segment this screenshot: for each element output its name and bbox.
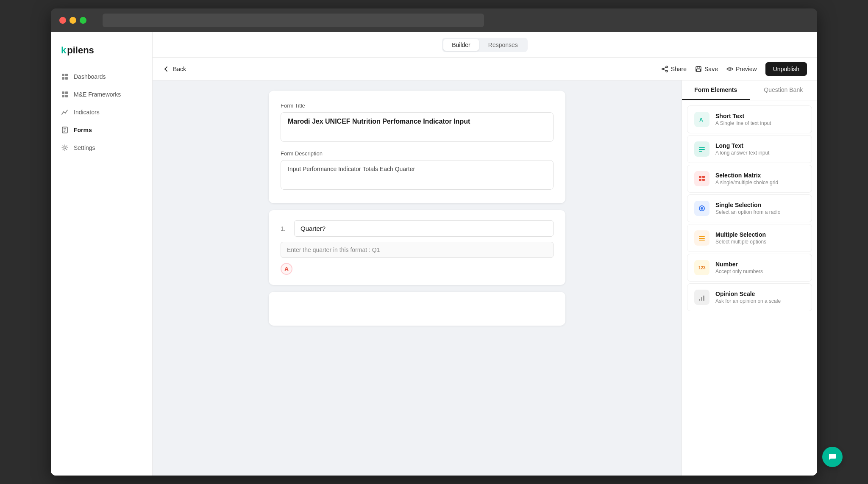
question-card-1: 1. A [269,210,565,285]
svg-rect-37 [701,297,702,301]
answer-type-label: A [284,266,289,272]
svg-rect-33 [699,238,705,239]
svg-rect-3 [65,77,68,80]
chat-icon [828,452,837,462]
element-short-text[interactable]: A Short Text A Single line of text input [687,105,812,133]
form-description-label: Form Description [281,150,554,157]
svg-rect-38 [703,296,704,301]
svg-rect-26 [699,176,701,178]
right-panel: Form Elements Question Bank A [682,80,817,476]
element-long-text[interactable]: Long Text A long answer text input [687,135,812,163]
selection-matrix-icon [694,171,709,186]
form-title-label: Form Title [281,102,554,109]
sidebar-item-forms[interactable]: Forms [51,121,152,139]
multiple-selection-icon [694,230,709,246]
short-text-desc: A Single line of text input [715,120,805,126]
chat-fab-button[interactable] [822,447,843,467]
single-selection-desc: Select an option from a radio [715,209,805,215]
selection-matrix-name: Selection Matrix [715,172,805,179]
opinion-scale-name: Opinion Scale [715,290,805,297]
svg-rect-6 [62,95,64,97]
element-single-selection[interactable]: Single Selection Select an option from a… [687,194,812,222]
element-selection-matrix[interactable]: Selection Matrix A single/multiple choic… [687,165,812,193]
builder-main: Form Title Marodi Jex UNICEF Nutrition P… [153,80,682,476]
save-button[interactable]: Save [695,66,718,72]
svg-rect-28 [699,179,701,181]
tab-form-elements[interactable]: Form Elements [682,80,750,100]
form-title-input[interactable]: Marodi Jex UNICEF Nutrition Perfomance I… [281,112,554,142]
minimize-button[interactable] [70,17,76,24]
svg-rect-23 [699,147,705,148]
preview-icon [726,66,733,72]
share-icon [662,66,668,72]
sidebar-item-settings[interactable]: Settings [51,139,152,157]
question-hint-1[interactable] [281,242,554,258]
opinion-scale-info: Opinion Scale Ask for an opinion on a sc… [715,290,805,304]
svg-rect-7 [65,95,68,97]
share-button[interactable]: Share [662,66,687,72]
sidebar-item-dashboards[interactable]: Dashboards [51,68,152,86]
svg-rect-1 [65,74,68,76]
long-text-desc: A long answer text input [715,150,805,156]
svg-rect-20 [697,69,701,71]
element-multiple-selection[interactable]: Multiple Selection Select multiple optio… [687,224,812,252]
close-button[interactable] [59,17,66,24]
single-selection-name: Single Selection [715,202,805,208]
tab-responses[interactable]: Responses [480,39,526,51]
grid-icon [61,73,69,80]
single-selection-icon [694,201,709,216]
form-description-input[interactable]: Input Performance Indicator Totals Each … [281,160,554,190]
tab-builder[interactable]: Builder [443,39,479,51]
tab-question-bank[interactable]: Question Bank [750,80,818,100]
panel-tabs: Form Elements Question Bank [682,80,817,100]
svg-text:123: 123 [698,266,706,270]
back-button[interactable]: Back [163,66,186,72]
sidebar-item-me-frameworks-label: M&E Frameworks [74,91,121,98]
sidebar-item-me-frameworks[interactable]: M&E Frameworks [51,86,152,103]
me-frameworks-icon [61,91,69,98]
maximize-button[interactable] [80,17,86,24]
url-bar[interactable] [103,14,484,27]
multiple-selection-name: Multiple Selection [715,231,805,238]
svg-point-21 [729,68,731,70]
svg-rect-36 [699,299,700,301]
single-selection-info: Single Selection Select an option from a… [715,202,805,215]
short-text-icon: A [694,112,709,127]
question-row-1: 1. [281,220,554,237]
selection-matrix-desc: A single/multiple choice grid [715,180,805,185]
top-nav: Builder Responses [153,32,817,58]
number-desc: Accept only numbers [715,268,805,274]
svg-line-16 [664,67,666,69]
action-buttons: Share Save [662,62,807,76]
preview-button[interactable]: Preview [726,66,757,72]
svg-point-31 [701,207,703,210]
number-icon: 123 [694,260,709,275]
back-bar: Back Share [153,58,817,80]
answer-type-icon-1[interactable]: A [281,263,292,275]
forms-icon [61,126,69,134]
logo-text: pilens [67,45,94,56]
sidebar: k pilens Dashboards [51,32,153,476]
multiple-selection-desc: Select multiple options [715,239,805,245]
long-text-icon [694,141,709,157]
logo: k pilens [51,41,152,68]
main-content: Builder Responses Back [153,32,817,476]
svg-rect-25 [699,151,702,152]
unpublish-button[interactable]: Unpublish [765,62,807,76]
svg-point-14 [666,70,668,72]
svg-line-17 [664,69,666,71]
sidebar-item-indicators[interactable]: Indicators [51,103,152,121]
element-opinion-scale[interactable]: Opinion Scale Ask for an opinion on a sc… [687,283,812,311]
question-card-2 [269,292,565,326]
element-number[interactable]: 123 Number Accept only numbers [687,254,812,282]
svg-rect-2 [62,77,64,80]
number-name: Number [715,261,805,268]
long-text-name: Long Text [715,142,805,149]
long-text-info: Long Text A long answer text input [715,142,805,156]
sidebar-item-dashboards-label: Dashboards [74,73,106,80]
svg-rect-0 [62,74,64,76]
svg-text:A: A [699,117,703,123]
question-number-1: 1. [281,225,289,232]
form-info-card: Form Title Marodi Jex UNICEF Nutrition P… [269,91,565,203]
question-input-1[interactable] [294,220,554,237]
